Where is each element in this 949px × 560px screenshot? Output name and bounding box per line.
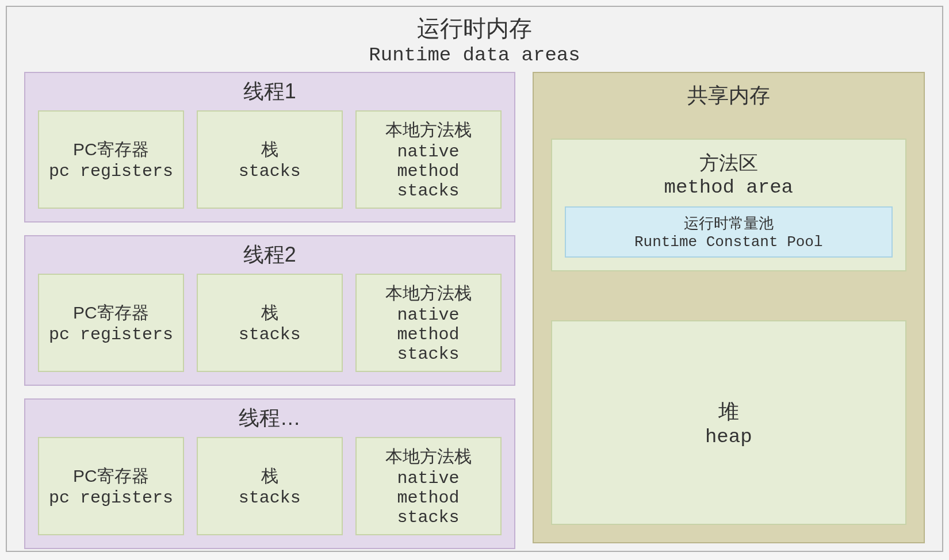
native-method-stacks-box: 本地方法栈 native method stacks [355, 274, 502, 372]
diagram-header: 运行时内存 Runtime data areas [24, 13, 925, 66]
thread-title: 线程1 [38, 78, 502, 106]
component-label-cn: 栈 [202, 138, 337, 162]
stacks-box: 栈 stacks [197, 437, 343, 535]
component-label-cn: 栈 [202, 301, 337, 325]
runtime-constant-pool-box: 运行时常量池 Runtime Constant Pool [565, 206, 893, 258]
component-label-en: pc registers [44, 162, 178, 181]
component-label-en: native method stacks [361, 469, 496, 527]
native-method-stacks-box: 本地方法栈 native method stacks [355, 110, 502, 209]
component-label-en: pc registers [44, 488, 178, 508]
component-label-cn: 本地方法栈 [361, 282, 496, 305]
constant-pool-label-cn: 运行时常量池 [572, 213, 886, 233]
thread-items: PC寄存器 pc registers 栈 stacks 本地方法栈 native… [38, 437, 502, 535]
thread-box-n: 线程… PC寄存器 pc registers 栈 stacks 本地方法栈 na… [24, 398, 515, 549]
thread-items: PC寄存器 pc registers 栈 stacks 本地方法栈 native… [38, 274, 502, 372]
component-label-cn: PC寄存器 [44, 465, 178, 488]
thread-box-1: 线程1 PC寄存器 pc registers 栈 stacks 本地方法栈 na… [24, 72, 515, 223]
component-label-en: pc registers [44, 325, 178, 344]
component-label-cn: PC寄存器 [44, 301, 178, 325]
heap-box: 堆 heap [551, 320, 906, 525]
native-method-stacks-box: 本地方法栈 native method stacks [355, 437, 502, 535]
thread-items: PC寄存器 pc registers 栈 stacks 本地方法栈 native… [38, 110, 502, 209]
pc-registers-box: PC寄存器 pc registers [38, 274, 184, 372]
method-area-label-cn: 方法区 [565, 150, 893, 177]
method-area-label-en: method area [565, 177, 893, 198]
header-title-en: Runtime data areas [24, 44, 925, 66]
component-label-en: stacks [202, 488, 337, 508]
stacks-box: 栈 stacks [197, 274, 343, 372]
component-label-en: native method stacks [361, 142, 496, 201]
component-label-en: native method stacks [361, 305, 496, 364]
component-label-cn: 栈 [202, 465, 337, 488]
constant-pool-label-en: Runtime Constant Pool [572, 233, 886, 251]
method-area-box: 方法区 method area 运行时常量池 Runtime Constant … [551, 139, 906, 271]
thread-box-2: 线程2 PC寄存器 pc registers 栈 stacks 本地方法栈 na… [24, 235, 515, 386]
pc-registers-box: PC寄存器 pc registers [38, 110, 184, 209]
heap-label-cn: 堆 [562, 398, 895, 426]
shared-items: 方法区 method area 运行时常量池 Runtime Constant … [551, 139, 906, 525]
stacks-box: 栈 stacks [197, 110, 343, 209]
component-label-cn: 本地方法栈 [361, 445, 496, 469]
thread-title: 线程2 [38, 241, 502, 269]
header-title-cn: 运行时内存 [24, 13, 925, 44]
component-label-cn: 本地方法栈 [361, 118, 496, 142]
component-label-en: stacks [202, 325, 337, 344]
heap-label-en: heap [562, 426, 895, 448]
component-label-en: stacks [202, 162, 337, 181]
threads-column: 线程1 PC寄存器 pc registers 栈 stacks 本地方法栈 na… [24, 72, 515, 543]
thread-title: 线程… [38, 404, 502, 432]
runtime-data-areas-container: 运行时内存 Runtime data areas 线程1 PC寄存器 pc re… [6, 6, 943, 552]
component-label-cn: PC寄存器 [44, 138, 178, 162]
pc-registers-box: PC寄存器 pc registers [38, 437, 184, 535]
main-content: 线程1 PC寄存器 pc registers 栈 stacks 本地方法栈 na… [24, 72, 925, 543]
shared-memory-column: 共享内存 方法区 method area 运行时常量池 Runtime Cons… [533, 72, 925, 543]
shared-memory-title: 共享内存 [551, 82, 906, 110]
